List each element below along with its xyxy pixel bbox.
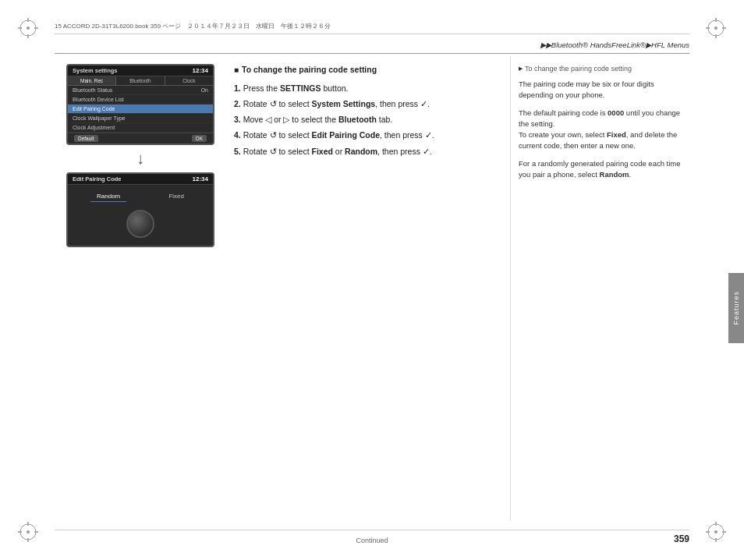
svg-point-1 — [27, 27, 30, 30]
screen1-mockup: System settings 12:34 Main. Rec Bluetoot… — [66, 64, 214, 145]
screen1-bottom-bar: Default OK — [68, 133, 213, 144]
screen2-title: Edit Pairing Code — [73, 175, 122, 183]
screen1-ok-btn: OK — [192, 135, 207, 142]
screen2-mockup: Edit Pairing Code 12:34 Random Fixed — [66, 172, 214, 247]
screen1-tabs: Main. Rec Bluetooth Clock — [68, 76, 213, 86]
corner-decoration-br — [702, 518, 730, 546]
screen2-option-random: Random — [90, 191, 126, 202]
main-content: System settings 12:34 Main. Rec Bluetoot… — [55, 56, 689, 521]
screen-mockups-column: System settings 12:34 Main. Rec Bluetoot… — [55, 56, 226, 521]
screen1-menu-edit-pairing: Edit Pairing Code — [68, 105, 213, 114]
step-5: 5. Rotate ↺ to select Fixed or Random, t… — [234, 146, 494, 158]
breadcrumb: ▶▶Bluetooth® HandsFreeLink®▶HFL Menus — [540, 41, 689, 49]
screen2-options: Random Fixed — [73, 190, 208, 204]
features-tab: Features — [728, 273, 744, 343]
step-4: 4. Rotate ↺ to select Edit Pairing Code,… — [234, 129, 494, 141]
screen2-body: Random Fixed — [68, 185, 213, 246]
step-2: 2. Rotate ↺ to select System Settings, t… — [234, 98, 494, 110]
footer-continued: Continued — [55, 530, 689, 544]
note-header: To change the pairing code setting — [519, 64, 682, 74]
corner-decoration-tr — [702, 14, 730, 42]
file-metadata: 15 ACCORD 2D-31T3L6200.book 359 ページ ２０１４… — [55, 22, 689, 34]
screen2-header: Edit Pairing Code 12:34 — [68, 174, 213, 185]
instructions-column: To change the pairing code setting 1. Pr… — [226, 56, 510, 521]
steps-list: 1. Press the SETTINGS button. 2. Rotate … — [234, 83, 494, 158]
note-para-1: The pairing code may be six or four digi… — [519, 79, 682, 101]
page-number: 359 — [674, 527, 689, 544]
screen1-menu-device-list: Bluetooth Device List — [68, 95, 213, 105]
screen1-menu-clock-adj: Clock Adjustment — [68, 123, 213, 133]
screen1-menu-wallpaper: Clock Wallpaper Type — [68, 114, 213, 123]
screen1-title: System settings — [73, 67, 118, 74]
screen2-knob — [126, 210, 154, 238]
screen1-default-btn: Default — [74, 135, 98, 142]
svg-point-7 — [714, 27, 717, 30]
note-para-3: For a randomly generated pairing code ea… — [519, 158, 682, 181]
screen1-tab-bluetooth: Bluetooth — [116, 76, 165, 85]
screen2-time: 12:34 — [193, 175, 208, 183]
notes-column: To change the pairing code setting The p… — [510, 56, 689, 521]
screen1-tab-mainrec: Main. Rec — [68, 76, 116, 85]
instructions-title: To change the pairing code setting — [234, 64, 494, 76]
screen1-tab-clock: Clock — [165, 76, 213, 85]
step-1: 1. Press the SETTINGS button. — [234, 83, 494, 94]
svg-point-19 — [714, 530, 717, 533]
down-arrow-icon: ↓ — [136, 150, 144, 168]
svg-point-13 — [27, 530, 30, 533]
screen1-menu-bluetooth-status: Bluetooth StatusOn — [68, 86, 213, 95]
screen2-option-fixed: Fixed — [162, 191, 190, 202]
screen1-time: 12:34 — [193, 67, 208, 74]
note-para-2: The default pairing code is 0000 until y… — [519, 108, 682, 152]
corner-decoration-tl — [14, 14, 42, 42]
step-3: 3. Move ◁ or ▷ to select the Bluetooth t… — [234, 114, 494, 126]
screen1-header: System settings 12:34 — [68, 66, 213, 76]
top-divider — [55, 53, 689, 54]
corner-decoration-bl — [14, 518, 42, 546]
